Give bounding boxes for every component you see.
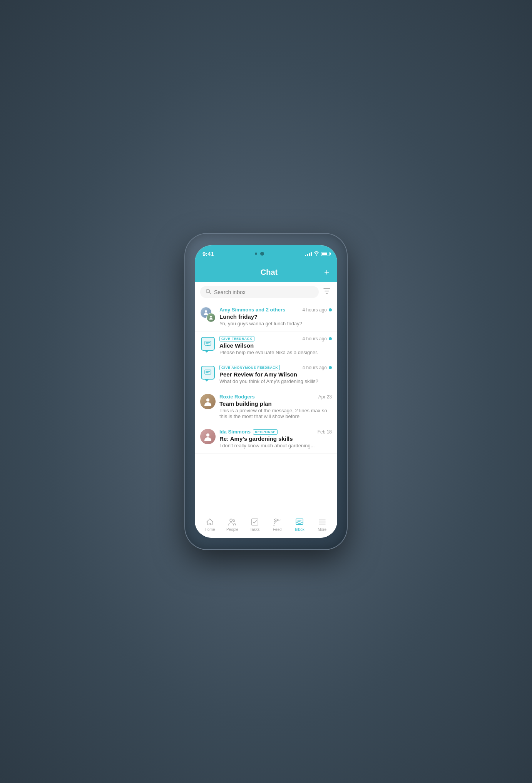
- svg-rect-7: [205, 370, 211, 374]
- battery-icon: [321, 252, 330, 256]
- feedback-anon-icon: [201, 366, 215, 380]
- message-title: Team building plan: [219, 400, 332, 407]
- nav-people[interactable]: People: [223, 518, 242, 532]
- nav-home-label: Home: [205, 527, 215, 532]
- message-item[interactable]: Ida Simmons RESPONSE Feb 18 Re: Amy's ga…: [195, 424, 337, 453]
- wifi-icon: [314, 251, 319, 257]
- nav-tasks-label: Tasks: [250, 527, 260, 532]
- message-content: Ida Simmons RESPONSE Feb 18 Re: Amy's ga…: [219, 429, 332, 448]
- message-preview: What do you think of Amy's gardening ski…: [219, 378, 332, 384]
- nav-home[interactable]: Home: [200, 518, 219, 532]
- message-time: 4 hours ago: [303, 365, 327, 370]
- phone-screen: 9:41: [195, 245, 337, 538]
- nav-feed[interactable]: Feed: [268, 518, 287, 532]
- status-notch: [236, 250, 283, 258]
- search-input-wrapper[interactable]: [200, 286, 319, 298]
- signal-bars-icon: [305, 251, 312, 256]
- message-title: Lunch friday?: [219, 313, 332, 320]
- message-title: Peer Review for Amy Wilson: [219, 371, 332, 378]
- message-item[interactable]: Roxie Rodgers Apr 23 Team building plan …: [195, 389, 337, 424]
- message-time: Feb 18: [318, 429, 332, 435]
- messages-list: Amy Simmons and 2 others 4 hours ago Lun…: [195, 302, 337, 511]
- search-icon: [206, 289, 211, 295]
- status-bar: 9:41: [195, 245, 337, 262]
- nav-people-label: People: [226, 527, 238, 532]
- app-header: Chat +: [195, 262, 337, 282]
- phone-device: 9:41: [185, 234, 347, 549]
- page-title: Chat: [214, 268, 324, 277]
- message-item[interactable]: Amy Simmons and 2 others 4 hours ago Lun…: [195, 302, 337, 331]
- svg-line-1: [209, 293, 211, 294]
- message-item[interactable]: GIVE FEEDBACK 4 hours ago Alice Wilson P…: [195, 331, 337, 360]
- message-sender: Ida Simmons: [219, 429, 251, 435]
- message-preview: This is a preview of the message, 2 line…: [219, 408, 332, 419]
- svg-point-12: [230, 519, 233, 521]
- nav-inbox-label: Inbox: [295, 527, 304, 532]
- people-icon: [228, 518, 236, 526]
- feedback-icon: [201, 337, 215, 351]
- message-content: GIVE FEEDBACK 4 hours ago Alice Wilson P…: [219, 336, 332, 355]
- avatar: [200, 365, 216, 380]
- nav-inbox[interactable]: Inbox: [290, 518, 309, 532]
- bottom-navigation: Home People Tasks: [195, 511, 337, 538]
- avatar: [200, 336, 216, 351]
- notch-dot: [255, 253, 257, 255]
- avatar: [200, 429, 216, 444]
- inbox-icon: [295, 518, 304, 526]
- home-icon: [206, 518, 214, 526]
- message-tag: GIVE ANONYMOUS FEEDBACK: [219, 365, 280, 370]
- message-content: Roxie Rodgers Apr 23 Team building plan …: [219, 394, 332, 419]
- search-input[interactable]: [214, 289, 313, 295]
- svg-point-11: [206, 433, 209, 437]
- feed-icon: [273, 518, 281, 526]
- add-chat-button[interactable]: +: [324, 268, 330, 277]
- svg-point-13: [233, 520, 235, 522]
- message-title: Re: Amy's gardening skills: [219, 435, 332, 442]
- filter-icon: [323, 288, 330, 294]
- svg-point-2: [205, 310, 207, 313]
- svg-point-3: [210, 316, 212, 318]
- message-tag: GIVE FEEDBACK: [219, 336, 254, 341]
- avatar: [200, 307, 216, 322]
- message-title: Alice Wilson: [219, 342, 332, 349]
- nav-more[interactable]: More: [313, 518, 332, 532]
- nav-tasks[interactable]: Tasks: [245, 518, 264, 532]
- nav-more-label: More: [318, 527, 326, 532]
- message-content: GIVE ANONYMOUS FEEDBACK 4 hours ago Peer…: [219, 365, 332, 384]
- unread-indicator: [329, 337, 332, 340]
- message-time: Apr 23: [318, 394, 332, 400]
- notch-camera: [260, 252, 264, 256]
- message-preview: Please help me evaluate Nika as a design…: [219, 350, 332, 355]
- more-icon: [318, 518, 326, 526]
- status-icons: [305, 251, 330, 257]
- svg-rect-4: [205, 341, 211, 345]
- message-sender: Amy Simmons and 2 others: [219, 307, 285, 313]
- status-time: 9:41: [202, 251, 214, 257]
- avatar: [200, 394, 216, 409]
- message-preview: Yo, you guys wanna get lunch friday?: [219, 321, 332, 326]
- message-time: 4 hours ago: [303, 307, 327, 313]
- search-container: [195, 282, 337, 302]
- message-item[interactable]: GIVE ANONYMOUS FEEDBACK 4 hours ago Peer…: [195, 360, 337, 389]
- filter-button[interactable]: [322, 286, 332, 298]
- message-content: Amy Simmons and 2 others 4 hours ago Lun…: [219, 307, 332, 326]
- unread-indicator: [329, 308, 332, 311]
- tasks-icon: [251, 518, 259, 526]
- message-tag: RESPONSE: [253, 429, 278, 435]
- svg-point-15: [274, 524, 275, 525]
- svg-point-10: [206, 398, 209, 402]
- message-time: 4 hours ago: [303, 336, 327, 341]
- nav-feed-label: Feed: [273, 527, 282, 532]
- message-preview: I don't really know much about gardening…: [219, 443, 332, 448]
- message-sender: Roxie Rodgers: [219, 394, 255, 400]
- unread-indicator: [329, 366, 332, 369]
